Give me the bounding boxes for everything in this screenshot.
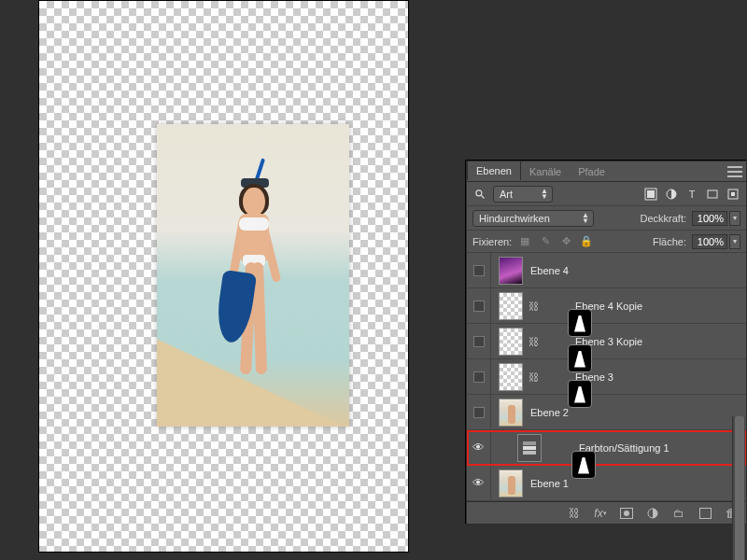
svg-rect-10: [523, 451, 536, 455]
layer-row[interactable]: 👁 Ebene 1: [467, 466, 746, 501]
document-canvas[interactable]: [39, 1, 408, 552]
layer-thumbnail[interactable]: [499, 469, 523, 497]
filter-type-select[interactable]: Art ▲▼: [493, 186, 553, 203]
layer-row[interactable]: Ebene 4: [467, 253, 746, 288]
layer-name[interactable]: Ebene 2: [530, 407, 569, 418]
new-group-icon[interactable]: 🗀: [671, 506, 686, 521]
layer-row[interactable]: ⛓ Ebene 3: [467, 359, 746, 395]
blend-mode-select[interactable]: Hindurchwirken ▲▼: [472, 210, 594, 227]
filter-smartobject-icon[interactable]: [726, 187, 740, 202]
layer-thumbnail[interactable]: [499, 328, 523, 356]
svg-rect-5: [708, 190, 717, 198]
fill-value[interactable]: 100%: [692, 234, 727, 249]
layer-mask-thumbnail[interactable]: [568, 309, 592, 337]
new-layer-icon[interactable]: [698, 506, 712, 521]
lock-position-icon[interactable]: ✥: [558, 234, 573, 249]
layers-scrollbar[interactable]: [732, 416, 745, 560]
select-arrows-icon: ▲▼: [582, 213, 589, 224]
scrollbar-thumb[interactable]: [735, 416, 744, 560]
visibility-toggle[interactable]: [467, 253, 491, 287]
opacity-field[interactable]: 100% ▾: [692, 211, 740, 226]
layer-mask-thumbnail[interactable]: [568, 380, 592, 408]
visibility-toggle[interactable]: [467, 288, 491, 323]
mask-link-icon[interactable]: ⛓: [529, 301, 538, 312]
layer-thumbnail[interactable]: [499, 257, 523, 285]
visibility-toggle[interactable]: [467, 359, 491, 394]
eye-icon: 👁: [472, 476, 485, 490]
panel-menu-icon[interactable]: [727, 166, 742, 177]
eye-icon: 👁: [472, 441, 485, 455]
lock-brush-icon[interactable]: ✎: [538, 234, 553, 249]
opacity-value[interactable]: 100%: [692, 211, 727, 226]
blend-mode-value: Hindurchwirken: [479, 213, 550, 224]
svg-rect-3: [647, 190, 655, 198]
lock-label: Fixieren:: [472, 236, 512, 247]
filter-adjustment-icon[interactable]: [664, 187, 679, 202]
svg-rect-8: [523, 446, 536, 450]
visibility-toggle[interactable]: [467, 324, 491, 358]
fill-field[interactable]: 100% ▾: [692, 234, 740, 249]
svg-point-0: [476, 189, 482, 195]
composited-image: [157, 124, 349, 427]
lock-fill-row: Fixieren: ▦ ✎ ✥ 🔒 Fläche: 100% ▾: [467, 231, 746, 253]
search-icon[interactable]: [472, 187, 487, 202]
new-adjustment-icon[interactable]: [645, 506, 660, 521]
svg-line-1: [482, 195, 485, 198]
filter-pixel-icon[interactable]: [643, 187, 658, 202]
layer-filter-bar: Art ▲▼ T: [467, 182, 746, 206]
layer-mask-thumbnail[interactable]: [571, 451, 596, 479]
svg-rect-14: [699, 508, 711, 518]
opacity-dropdown-icon[interactable]: ▾: [729, 211, 740, 226]
layer-name[interactable]: Ebene 1: [530, 478, 569, 489]
layer-row[interactable]: ⛓ Ebene 4 Kopie: [467, 288, 746, 324]
layer-thumbnail[interactable]: [499, 399, 523, 427]
opacity-label: Deckkraft:: [640, 213, 686, 224]
tab-channels[interactable]: Kanäle: [521, 162, 570, 181]
filter-type-value: Art: [500, 189, 513, 200]
panel-tabs: Ebenen Kanäle Pfade: [467, 161, 746, 182]
layer-row[interactable]: Ebene 2: [467, 395, 746, 430]
lock-all-icon[interactable]: 🔒: [579, 234, 594, 249]
layer-thumbnail[interactable]: [499, 292, 523, 320]
filter-type-text-icon[interactable]: T: [684, 187, 699, 202]
add-mask-icon[interactable]: [619, 506, 634, 521]
lock-transparency-icon[interactable]: ▦: [517, 234, 532, 249]
visibility-toggle[interactable]: 👁: [467, 466, 491, 500]
fill-label: Fläche:: [653, 236, 686, 247]
blend-opacity-row: Hindurchwirken ▲▼ Deckkraft: 100% ▾: [467, 206, 746, 231]
layer-name[interactable]: Ebene 4: [530, 265, 569, 276]
layers-panel: Ebenen Kanäle Pfade Art ▲▼ T Hindurchwir…: [466, 161, 747, 525]
link-layers-icon[interactable]: ⛓: [567, 506, 582, 521]
figure-illustration: [217, 161, 289, 404]
svg-point-12: [624, 511, 629, 516]
visibility-toggle[interactable]: 👁: [467, 430, 491, 465]
adjustment-thumbnail[interactable]: [517, 434, 542, 462]
layer-row[interactable]: ⛓ Ebene 3 Kopie: [467, 324, 746, 359]
layer-list: Ebene 4 ⛓ Ebene 4 Kopie ⛓ Ebene 3 Kopie: [467, 253, 746, 501]
tab-paths[interactable]: Pfade: [570, 162, 613, 181]
svg-rect-7: [731, 192, 735, 196]
layer-thumbnail[interactable]: [499, 363, 523, 391]
svg-rect-9: [523, 441, 536, 445]
tab-layers[interactable]: Ebenen: [467, 161, 521, 180]
layer-row[interactable]: 👁 Farbton/Sättigung 1: [467, 430, 746, 466]
layers-footer: ⛓ fx▾ 🗀 🗑: [467, 501, 746, 524]
visibility-toggle[interactable]: [467, 395, 491, 429]
mask-link-icon[interactable]: ⛓: [529, 371, 538, 383]
fill-dropdown-icon[interactable]: ▾: [729, 234, 740, 249]
select-arrows-icon: ▲▼: [541, 189, 548, 200]
layer-effects-icon[interactable]: fx▾: [593, 506, 608, 521]
filter-shape-icon[interactable]: [705, 187, 720, 202]
layer-mask-thumbnail[interactable]: [568, 344, 592, 372]
mask-link-icon[interactable]: ⛓: [529, 336, 538, 347]
